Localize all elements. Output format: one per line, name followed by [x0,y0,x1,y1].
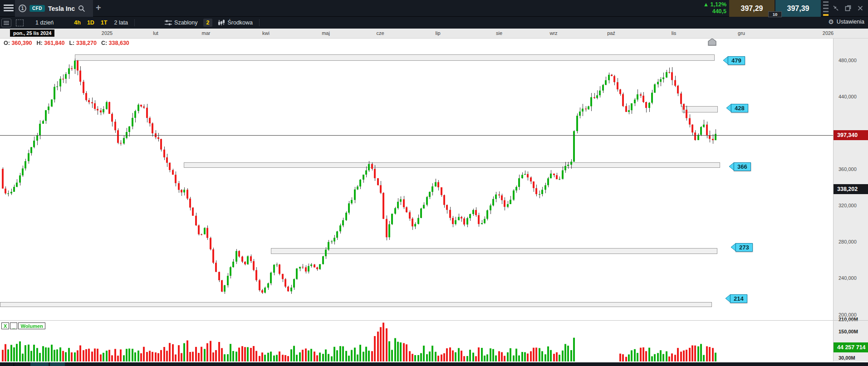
date-axis-label: paź [607,30,615,36]
close-window-icon[interactable] [857,5,864,12]
cfd-badge: CFD [29,5,45,12]
search-icon[interactable] [78,5,85,12]
instrument-title: Tesla Inc [48,5,75,12]
candlestick-canvas[interactable] [0,39,833,361]
chart-toolbar: 1 dzień 4h 1D 1T 2 lata Szablony 2 Środk… [0,17,868,29]
menu-icon[interactable] [4,5,14,12]
date-axis-label: 2026 [823,30,834,36]
status-segment [50,362,65,366]
layout-grid-icon[interactable] [16,20,24,26]
zone-level-badge-214[interactable]: 214 [726,294,747,303]
date-axis-label: cze [376,30,384,36]
zone-level-badge-273[interactable]: 273 [731,243,753,252]
date-axis-label: maj [322,30,330,36]
price-axis-label: 280,000 [839,239,857,244]
sliders-icon [165,20,172,26]
average-chart-icon [218,20,225,26]
date-axis-label: gru [738,30,745,36]
price-change: ▲ 1,12% 440,5 [703,1,726,15]
date-axis-label: sie [496,30,502,36]
zone-level-badge-366[interactable]: 366 [729,162,751,171]
date-axis-label: mar [202,30,211,36]
open-in-new-window-icon[interactable] [844,5,852,12]
date-axis[interactable]: 2025lutmarkwimajczelipsiewrzpaźlisgru202… [0,29,868,39]
crosshair-date-tooltip: pon., 25 lis 2024 [10,29,54,37]
toolbar-divider [259,19,260,26]
period-selector[interactable]: 1 dzień [32,18,57,27]
last-volume-axis-badge: 44 257 714 [834,342,868,352]
current-price-axis-badge: 397,340 [834,130,868,140]
ohlc-readout: O: 360,390H: 361,840L: 338,270C: 338,630 [4,40,134,46]
templates-count-badge[interactable]: 2 [203,19,213,27]
chart-list-icon[interactable] [1,19,11,27]
date-axis-label: lip [435,30,440,36]
trading-platform-window: 1 CFD Tesla Inc + ▲ 1,12% 440,5 397,29 3… [0,0,868,366]
status-segment [30,362,49,366]
current-price-line [0,135,833,136]
top-bar: 1 CFD Tesla Inc + ▲ 1,12% 440,5 397,29 3… [0,0,868,17]
zone-level-badge-428[interactable]: 428 [726,103,748,112]
collapse-window-icon[interactable] [832,5,839,12]
spread-badge: 10 [768,11,782,17]
gear-icon: ⚙ [828,18,834,25]
new-tab-button[interactable]: + [96,3,101,13]
toolbar-divider [134,19,135,26]
volume-indicator-legend: X _ Wolumen [1,322,45,329]
bottom-status-strip [0,362,868,366]
date-axis-label: 2025 [102,30,113,36]
volume-axis-label: 30,00M [839,355,855,361]
price-chart-area[interactable]: O: 360,390H: 361,840L: 338,270C: 338,630… [0,39,833,361]
volume-close-button[interactable]: X [1,322,9,329]
date-axis-label: lut [153,30,158,36]
price-axis-label: 440,000 [839,94,857,99]
price-axis-label: 480,000 [839,58,857,63]
crosshair-price-axis-badge: 338,202 [834,184,868,194]
range-selector[interactable]: 2 lata [110,18,132,27]
change-arrow-icon: ▲ [703,1,709,8]
ask-price-button[interactable]: 397,39 [775,0,821,17]
date-axis-label: wrz [549,30,557,36]
volume-label: Wolumen [18,322,45,329]
templates-button[interactable]: Szablony [161,18,201,27]
timeframe-1t-button[interactable]: 1T [98,18,111,27]
price-axis-label: 360,000 [839,166,857,172]
date-axis-label: kwi [262,30,270,36]
volume-axis-label: 150,00M [839,329,858,334]
price-axis-panel[interactable]: 480,000440,000360,000320,000280,000240,0… [833,39,868,361]
price-axis-label: 240,000 [839,275,857,281]
depth-levels-icon[interactable] [823,1,829,15]
bid-price-button[interactable]: 397,29 [729,0,775,17]
marker-flag-icon[interactable] [708,39,716,48]
tab-number-badge: 1 [19,5,26,12]
average-line-button[interactable]: Środkowa [214,18,256,27]
zone-level-badge-479[interactable]: 479 [723,56,745,65]
settings-button[interactable]: ⚙ Ustawienia [828,18,864,25]
date-axis-label: lis [672,30,676,36]
volume-axis-label: 210,00M [839,317,858,322]
price-axis-label: 320,000 [839,203,857,208]
timeframe-4h-button[interactable]: 4h [71,18,84,27]
pane-divider[interactable] [0,320,868,321]
timeframe-1d-button[interactable]: 1D [84,18,98,27]
volume-minimize-button[interactable]: _ [10,322,17,329]
instrument-tab[interactable]: 1 CFD Tesla Inc [15,0,93,17]
